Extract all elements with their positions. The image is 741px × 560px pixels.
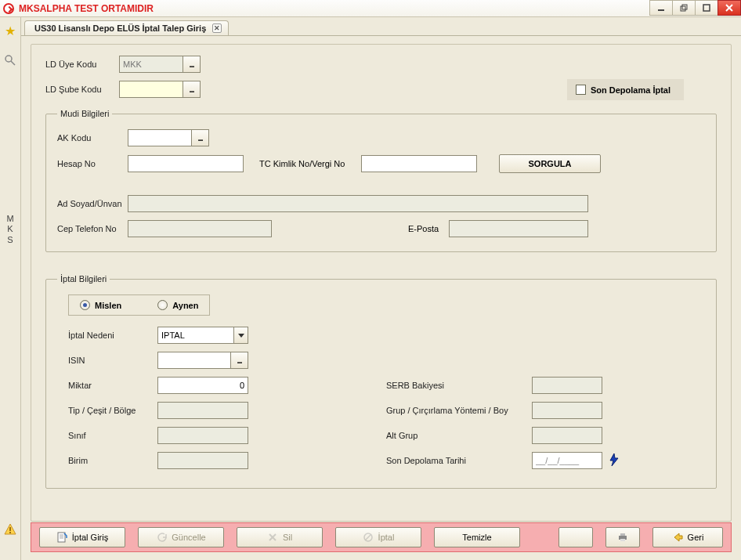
svg-line-19 [365,534,371,540]
altgrup-label: Alt Grup [386,431,532,440]
temizle-button[interactable]: Temizle [434,527,520,547]
printer-icon [617,532,628,543]
svg-rect-22 [620,539,625,541]
svg-rect-3 [703,5,710,11]
sil-button[interactable]: Sil [237,527,323,547]
iptal-button[interactable]: İptal [335,527,421,547]
svg-point-6 [5,56,12,62]
svg-rect-21 [620,533,625,536]
print-button[interactable] [605,527,640,547]
radio-aynen-indicator [157,300,168,310]
tab-main[interactable]: US30 Lisanslı Depo ELÜS İptal Talep Giri… [24,20,229,35]
app-icon [3,3,14,14]
sondepo-input[interactable] [532,452,602,469]
grup-input[interactable] [532,402,602,419]
guncelle-label: Güncelle [172,533,205,542]
warning-icon[interactable] [3,522,17,537]
ld-sube-kodu-label: LD Şube Kodu [45,85,119,94]
tab-close-icon[interactable]: ✕ [212,23,222,33]
svg-rect-2 [682,5,687,9]
document-icon [56,532,67,543]
radio-aynen-label: Aynen [172,301,198,310]
tab-title: US30 Lisanslı Depo ELÜS İptal Talep Giri… [34,23,206,33]
title-bar: MKSALPHA TEST ORTAMIDIR [0,0,741,17]
mudi-bilgileri-group: Mudi Bilgileri AK Kodu ... Hesap No TC K… [45,109,717,252]
svg-line-7 [11,61,15,65]
iptal-giris-label: İptal Giriş [72,533,108,542]
radio-mislen-indicator [80,300,90,310]
cancel-icon [363,532,374,543]
tc-kimlik-input[interactable] [361,155,477,172]
hesap-no-input[interactable] [128,155,244,172]
altgrup-input[interactable] [532,427,602,444]
eposta-label: E-Posta [408,224,449,233]
isin-input[interactable] [157,352,231,369]
ld-sube-kodu-lookup-button[interactable]: ... [183,81,201,98]
serb-input[interactable] [532,377,602,394]
ld-sube-kodu-input[interactable] [119,81,183,98]
tip-input[interactable] [157,402,248,419]
temizle-label: Temizle [462,533,491,542]
guncelle-button[interactable]: Güncelle [138,527,224,547]
son-depolama-iptal-checkbox[interactable] [576,85,586,95]
refresh-icon [156,532,167,543]
ad-input[interactable] [128,195,588,212]
ak-kodu-lookup-button[interactable]: ... [192,129,209,146]
miktar-label: Miktar [68,381,157,390]
geri-label: Geri [688,533,704,542]
radio-aynen[interactable]: Aynen [157,300,198,310]
minimize-button[interactable] [649,0,673,16]
iptal-nedeni-select[interactable]: IPTAL [157,327,248,344]
miktar-input[interactable] [157,377,248,394]
hesap-no-label: Hesap No [57,159,128,168]
son-depolama-iptal-box[interactable]: Son Depolama İptal [567,79,684,100]
ld-uye-kodu-lookup-button[interactable]: ... [183,56,201,73]
window-controls [650,0,741,17]
sinif-input[interactable] [157,427,248,444]
side-vertical-label: M K S [6,214,13,245]
extra-button-1[interactable] [558,527,593,547]
svg-rect-1 [681,6,685,11]
iptal-type-radio-group: Mislen Aynen [68,294,210,316]
radio-mislen[interactable]: Mislen [80,300,121,310]
sorgula-button[interactable]: SORGULA [499,154,601,173]
sil-label: Sil [283,533,292,542]
svg-marker-23 [674,533,682,541]
ld-uye-kodu-label: LD Üye Kodu [45,60,119,69]
back-arrow-icon [672,532,683,543]
ad-label: Ad Soyad/Ünvan [57,199,128,208]
chevron-down-icon [233,327,248,343]
tip-label: Tip / Çeşit / Bölge [68,406,157,415]
side-bar: ★ M K S [0,17,21,560]
mudi-bilgileri-legend: Mudi Bilgileri [57,109,112,118]
isin-lookup-button[interactable]: ... [231,352,248,369]
close-button[interactable] [718,0,741,16]
sinif-label: Sınıf [68,431,157,440]
cep-input[interactable] [128,220,272,237]
isin-label: ISIN [68,356,157,365]
eposta-input[interactable] [449,220,588,237]
delete-icon [267,532,278,543]
iptal-bilgileri-legend: İptal Bilgileri [57,274,110,284]
iptal-nedeni-value: IPTAL [161,331,185,340]
maximize-button[interactable] [695,0,718,16]
svg-point-10 [9,532,11,533]
ld-uye-kodu-input[interactable] [119,56,183,73]
birim-input[interactable] [157,452,248,469]
search-icon[interactable] [3,53,17,67]
birim-label: Birim [68,456,157,465]
ak-kodu-input[interactable] [128,129,192,146]
action-bar: İptal Giriş Güncelle Sil İptal [31,522,732,552]
date-action-icon[interactable] [607,453,621,468]
star-icon[interactable]: ★ [3,23,17,38]
restore-button[interactable] [672,0,696,16]
geri-button[interactable]: Geri [652,527,723,547]
form-panel: Son Depolama İptal LD Üye Kodu ... LD Şu… [31,44,732,522]
ak-kodu-label: AK Kodu [57,133,128,143]
sondepo-label: Son Depolama Tarihi [386,456,532,465]
svg-marker-11 [610,453,618,466]
iptal-giris-button[interactable]: İptal Giriş [39,527,125,547]
radio-mislen-label: Mislen [95,301,121,310]
cep-label: Cep Telefon No [57,224,128,233]
son-depolama-iptal-label: Son Depolama İptal [591,85,671,95]
